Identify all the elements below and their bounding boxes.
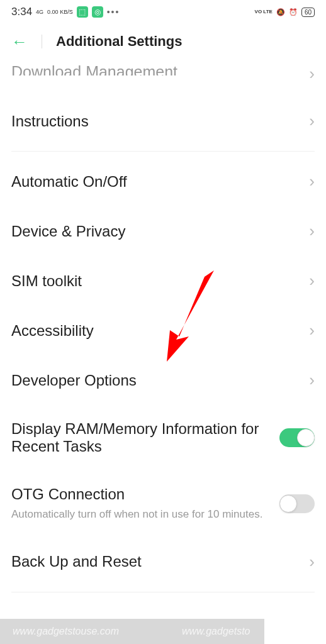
item-label: SIM toolkit — [11, 272, 82, 290]
ram-display-toggle[interactable] — [279, 428, 315, 447]
item-label: Back Up and Reset — [11, 553, 142, 570]
mute-icon: 🔕 — [276, 8, 285, 16]
status-time: 3:34 — [11, 6, 32, 18]
watermark-text-2: www.gadgetsto — [182, 626, 250, 637]
chevron-right-icon: › — [309, 111, 315, 131]
toggle-knob — [297, 429, 315, 447]
battery-icon: 60 — [301, 8, 315, 17]
status-left: 3:34 4G 0.00 KB/S ⬚ ◎ ••• — [11, 6, 120, 18]
status-app-icon-2: ◎ — [92, 6, 103, 18]
status-speed: 0.00 KB/S — [47, 9, 73, 15]
item-label: Display RAM/Memory Information for Recen… — [11, 420, 267, 455]
chevron-right-icon: › — [309, 221, 315, 241]
item-label: Automatic On/Off — [11, 173, 127, 191]
item-label: Accessibility — [11, 322, 94, 340]
item-label: OTG Connection — [11, 486, 267, 503]
toggle-knob — [279, 495, 297, 513]
settings-item-sim-toolkit[interactable]: SIM toolkit › — [11, 256, 315, 306]
page-title: Additional Settings — [56, 33, 182, 50]
item-label: Device & Privacy — [11, 223, 125, 240]
settings-item-instructions[interactable]: Instructions › — [11, 96, 315, 146]
chevron-right-icon: › — [309, 370, 315, 390]
settings-item-ram-display: Display RAM/Memory Information for Recen… — [11, 405, 315, 470]
settings-item-otg: OTG Connection Automatically turn off wh… — [11, 470, 315, 537]
settings-item-developer-options[interactable]: Developer Options › — [11, 355, 315, 405]
settings-item-accessibility[interactable]: Accessibility › — [11, 306, 315, 355]
alarm-icon: ⏰ — [289, 8, 298, 16]
otg-toggle[interactable] — [279, 494, 315, 513]
settings-item-device-privacy[interactable]: Device & Privacy › — [11, 206, 315, 256]
watermark-bar: www.gadgetstouse.com www.gadgetsto — [0, 619, 264, 644]
settings-list: Download Management › Instructions › Aut… — [0, 59, 326, 592]
status-bar: 3:34 4G 0.00 KB/S ⬚ ◎ ••• VO LTE 🔕 ⏰ 60 — [0, 0, 326, 24]
watermark-text: www.gadgetstouse.com — [13, 626, 119, 637]
status-more-icon: ••• — [107, 7, 120, 17]
settings-item-backup-reset[interactable]: Back Up and Reset › — [11, 537, 315, 587]
chevron-right-icon: › — [309, 64, 315, 84]
status-right: VO LTE 🔕 ⏰ 60 — [255, 8, 315, 17]
section-divider — [11, 592, 315, 592]
item-description: Automatically turn off when not in use f… — [11, 507, 267, 522]
back-arrow-icon[interactable]: ← — [11, 32, 28, 52]
chevron-right-icon: › — [309, 552, 315, 572]
settings-item-auto-onoff[interactable]: Automatic On/Off › — [11, 157, 315, 206]
header: ← Additional Settings — [0, 24, 326, 59]
header-divider — [42, 35, 42, 48]
chevron-right-icon: › — [309, 321, 315, 340]
status-signal: 4G — [36, 9, 43, 15]
item-label: Instructions — [11, 113, 89, 130]
item-label: Download Management — [11, 63, 177, 75]
item-label: Developer Options — [11, 372, 137, 389]
section-divider — [11, 151, 315, 152]
chevron-right-icon: › — [309, 172, 315, 191]
settings-item-download-management[interactable]: Download Management › — [11, 59, 315, 96]
status-app-icon-1: ⬚ — [77, 6, 88, 18]
chevron-right-icon: › — [309, 271, 315, 291]
volte-icon: VO LTE — [255, 9, 273, 14]
